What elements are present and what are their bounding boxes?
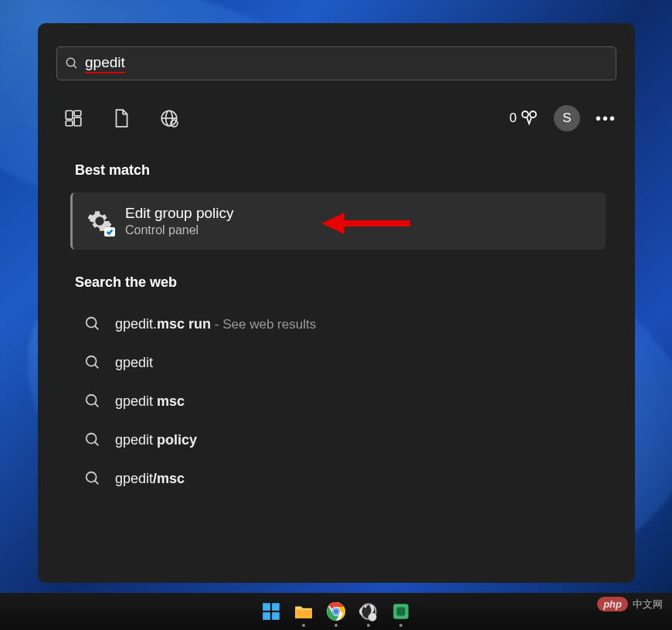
svg-rect-36 bbox=[397, 608, 406, 616]
search-icon bbox=[84, 393, 101, 410]
svg-rect-4 bbox=[74, 117, 81, 126]
svg-rect-2 bbox=[66, 111, 73, 119]
best-match-subtitle: Control panel bbox=[125, 223, 233, 237]
filter-bar: 0 S ••• bbox=[56, 99, 616, 138]
medal-icon bbox=[520, 109, 538, 128]
search-input-box[interactable]: gpedit bbox=[56, 46, 616, 80]
svg-point-0 bbox=[66, 58, 75, 66]
chrome-icon[interactable] bbox=[325, 601, 347, 622]
svg-rect-27 bbox=[272, 612, 280, 620]
check-badge-icon bbox=[104, 227, 115, 237]
web-result-label: gpedit bbox=[115, 355, 153, 371]
file-explorer-icon[interactable] bbox=[293, 601, 314, 622]
web-result-item[interactable]: gpedit/msc bbox=[70, 459, 606, 498]
rewards-badge[interactable]: 0 bbox=[510, 109, 538, 128]
more-options-icon[interactable]: ••• bbox=[596, 110, 616, 128]
search-icon bbox=[84, 470, 101, 487]
web-result-item[interactable]: gpedit policy bbox=[70, 421, 606, 459]
web-results-list: gpedit.msc run - See web results gpedit … bbox=[70, 305, 606, 498]
svg-line-17 bbox=[95, 365, 99, 369]
svg-rect-25 bbox=[272, 603, 280, 611]
best-match-heading: Best match bbox=[75, 162, 635, 179]
svg-point-11 bbox=[530, 111, 536, 117]
rewards-count: 0 bbox=[510, 111, 517, 126]
svg-marker-13 bbox=[321, 213, 344, 234]
web-result-label: gpedit/msc bbox=[115, 471, 185, 487]
arrow-annotation-icon bbox=[321, 200, 414, 247]
user-avatar[interactable]: S bbox=[554, 105, 580, 131]
svg-line-23 bbox=[95, 481, 99, 485]
watermark-badge: php bbox=[597, 597, 628, 611]
search-icon bbox=[84, 354, 101, 371]
svg-point-32 bbox=[334, 609, 339, 615]
gear-icon bbox=[87, 208, 113, 234]
watermark: php 中文网 bbox=[597, 597, 663, 611]
obs-icon[interactable] bbox=[358, 601, 379, 622]
web-result-item[interactable]: gpedit.msc run - See web results bbox=[70, 305, 606, 343]
svg-point-18 bbox=[87, 395, 97, 405]
search-icon bbox=[84, 315, 101, 332]
apps-filter-icon[interactable] bbox=[63, 107, 84, 129]
web-result-item[interactable]: gpedit msc bbox=[70, 382, 606, 421]
svg-point-16 bbox=[87, 356, 97, 366]
svg-rect-26 bbox=[263, 612, 270, 620]
svg-rect-5 bbox=[66, 121, 73, 126]
web-result-item[interactable]: gpedit bbox=[70, 343, 606, 382]
app-icon[interactable] bbox=[390, 601, 412, 622]
web-result-label: gpedit.msc run - See web results bbox=[115, 316, 316, 332]
svg-rect-3 bbox=[74, 111, 81, 116]
avatar-initial: S bbox=[562, 111, 571, 126]
search-web-heading: Search the web bbox=[75, 274, 635, 291]
svg-line-21 bbox=[95, 442, 99, 446]
search-query-text: gpedit bbox=[85, 54, 125, 73]
svg-point-14 bbox=[87, 318, 97, 328]
best-match-title: Edit group policy bbox=[125, 205, 233, 222]
watermark-text: 中文网 bbox=[633, 598, 663, 611]
svg-rect-24 bbox=[263, 603, 270, 611]
best-match-result[interactable]: Edit group policy Control panel bbox=[70, 192, 606, 250]
documents-filter-icon[interactable] bbox=[110, 107, 132, 129]
start-button-icon[interactable] bbox=[260, 601, 282, 622]
search-panel: gpedit 0 S ••• Best match bbox=[38, 23, 635, 583]
web-result-label: gpedit policy bbox=[115, 432, 197, 448]
search-icon bbox=[84, 431, 101, 448]
svg-point-22 bbox=[87, 472, 97, 482]
search-icon bbox=[65, 56, 79, 70]
svg-line-19 bbox=[95, 404, 99, 407]
svg-line-15 bbox=[95, 326, 99, 330]
svg-rect-28 bbox=[295, 610, 312, 618]
svg-point-10 bbox=[522, 111, 528, 117]
taskbar bbox=[0, 593, 672, 630]
svg-point-20 bbox=[87, 434, 97, 444]
web-filter-icon[interactable] bbox=[158, 107, 180, 129]
svg-line-1 bbox=[73, 65, 76, 68]
web-result-label: gpedit msc bbox=[115, 393, 185, 410]
